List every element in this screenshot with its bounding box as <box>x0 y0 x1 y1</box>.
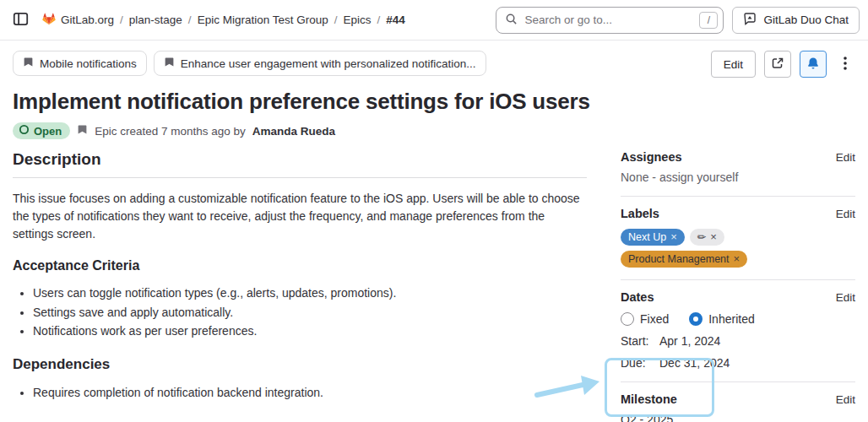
ancestor-chip-mobile-notifications[interactable]: Mobile notifications <box>13 51 147 76</box>
breadcrumb-item-group[interactable]: Epic Migration Test Group <box>198 14 328 26</box>
list-item: Settings save and apply automatically. <box>33 303 587 322</box>
milestone-title: Milestone <box>621 392 677 406</box>
list-item: Users can toggle notification types (e.g… <box>33 284 587 303</box>
assignees-section: Assignees Edit None - assign yourself <box>621 150 855 184</box>
breadcrumb-separator: / <box>120 14 123 26</box>
label-text: Product Management <box>628 252 730 266</box>
list-item: Requires completion of notification back… <box>33 383 587 403</box>
ancestry-chips: Mobile notifications Enhance user engage… <box>13 51 486 76</box>
edit-button[interactable]: Edit <box>711 51 756 78</box>
start-date-row: Start: Apr 1, 2024 <box>621 334 855 348</box>
milestone-value: Q2 - 2025 <box>621 413 855 422</box>
search-shortcut-key: / <box>699 12 718 29</box>
sidebar-divider <box>621 381 855 382</box>
top-bar: GitLab.org / plan-stage / Epic Migration… <box>0 0 868 41</box>
search-icon <box>505 13 518 28</box>
right-sidebar: Assignees Edit None - assign yourself La… <box>621 150 855 422</box>
breadcrumb-item-current: #44 <box>386 14 405 26</box>
sidebar-divider <box>621 196 855 197</box>
radio-checked-icon <box>689 312 703 326</box>
breadcrumb: GitLab.org / plan-stage / Epic Migration… <box>42 13 487 28</box>
milestone-section: Milestone Edit Q2 - 2025 <box>621 392 855 422</box>
label-remove-icon[interactable]: × <box>734 252 741 266</box>
due-date-label: Due: <box>621 356 659 370</box>
inherited-radio-label: Inherited <box>708 312 754 326</box>
external-link-icon <box>771 57 784 73</box>
dates-mode-options: Fixed Inherited <box>621 312 855 326</box>
list-item: Notifications work as per user preferenc… <box>33 322 587 341</box>
content-columns: Description This issue focuses on adding… <box>13 150 855 422</box>
duo-chat-icon <box>743 12 757 28</box>
description-heading: Description <box>13 150 587 178</box>
bell-icon <box>806 57 820 73</box>
dates-title: Dates <box>621 290 654 304</box>
vertical-ellipsis-icon <box>844 57 847 73</box>
search-box[interactable]: / <box>496 7 724 34</box>
breadcrumb-separator: / <box>377 14 380 26</box>
search-input[interactable] <box>524 14 692 26</box>
breadcrumb-org[interactable]: GitLab.org <box>42 13 114 28</box>
epic-icon <box>164 57 175 70</box>
breadcrumb-separator: / <box>334 14 338 26</box>
dates-section: Dates Edit Fixed Inherited Start: Apr 1, <box>621 290 855 370</box>
due-date-value: Dec 31, 2024 <box>659 356 730 370</box>
ancestor-chip-parent-epic[interactable]: Enhance user engagement with personalize… <box>154 51 486 76</box>
due-date-row: Due: Dec 31, 2024 <box>621 356 855 370</box>
dependencies-heading: Dependencies <box>13 356 587 373</box>
status-badge: Open <box>13 122 70 139</box>
radio-unchecked-icon <box>621 312 634 326</box>
label-remove-icon[interactable]: × <box>710 230 717 244</box>
open-status-icon <box>19 124 30 138</box>
inherited-dates-radio[interactable]: Inherited <box>689 312 754 326</box>
epic-icon <box>23 57 34 70</box>
labels-section: Labels Edit Next Up × ✏ × Product Manage… <box>621 207 855 268</box>
ancestor-chip-label: Mobile notifications <box>40 57 137 70</box>
label-remove-icon[interactable]: × <box>670 230 677 244</box>
assignees-edit-button[interactable]: Edit <box>836 151 855 164</box>
duo-chat-button[interactable]: GitLab Duo Chat <box>732 7 860 34</box>
start-date-value: Apr 1, 2024 <box>659 334 720 348</box>
epic-page: Mobile notifications Enhance user engage… <box>0 41 868 422</box>
labels-title: Labels <box>621 207 659 220</box>
description-body: This issue focuses on adding a customiza… <box>13 190 587 243</box>
created-text: Epic created 7 months ago by <box>95 125 246 138</box>
dates-edit-button[interactable]: Edit <box>836 291 855 304</box>
notifications-toggle-button[interactable] <box>800 51 827 78</box>
breadcrumb-separator: / <box>188 14 192 26</box>
fixed-dates-radio[interactable]: Fixed <box>621 312 669 326</box>
sidebar-toggle-button[interactable] <box>7 7 34 34</box>
header-row: Mobile notifications Enhance user engage… <box>13 51 855 78</box>
label-next-up[interactable]: Next Up × <box>621 229 685 246</box>
label-text: Next Up <box>628 230 666 244</box>
label-product-management[interactable]: Product Management × <box>621 251 747 268</box>
dependencies-list: Requires completion of notification back… <box>33 383 587 403</box>
labels-list: Next Up × ✏ × Product Management × <box>621 229 855 268</box>
epic-icon <box>77 124 88 138</box>
breadcrumb-org-label: GitLab.org <box>61 14 114 26</box>
labels-edit-button[interactable]: Edit <box>836 208 855 220</box>
assignees-empty-text[interactable]: None - assign yourself <box>621 170 855 184</box>
duo-chat-label: GitLab Duo Chat <box>763 14 849 26</box>
author-link[interactable]: Amanda Rueda <box>252 125 335 138</box>
header-actions: Edit <box>711 51 855 78</box>
fixed-radio-label: Fixed <box>640 312 669 326</box>
status-badge-label: Open <box>34 125 62 138</box>
status-row: Open Epic created 7 months ago by Amanda… <box>13 122 855 140</box>
description-section: Description This issue focuses on adding… <box>13 150 587 422</box>
ancestor-chip-label: Enhance user engagement with personalize… <box>181 57 476 70</box>
start-date-label: Start: <box>621 334 659 348</box>
milestone-edit-button[interactable]: Edit <box>836 393 855 406</box>
acceptance-criteria-heading: Acceptance Criteria <box>13 258 587 273</box>
open-in-new-button[interactable] <box>764 51 791 78</box>
breadcrumb-item-plan-stage[interactable]: plan-stage <box>129 14 182 26</box>
sidebar-divider <box>621 279 855 280</box>
breadcrumb-item-epics[interactable]: Epics <box>343 14 371 26</box>
assignees-title: Assignees <box>621 150 682 164</box>
more-actions-button[interactable] <box>835 51 855 78</box>
label-text: ✏ <box>697 230 706 244</box>
sidebar-toggle-icon <box>13 11 29 30</box>
page-title: Implement notification preference settin… <box>13 88 855 115</box>
acceptance-criteria-list: Users can toggle notification types (e.g… <box>33 284 587 341</box>
label-emoji[interactable]: ✏ × <box>690 229 724 246</box>
gitlab-logo-icon <box>42 13 56 28</box>
